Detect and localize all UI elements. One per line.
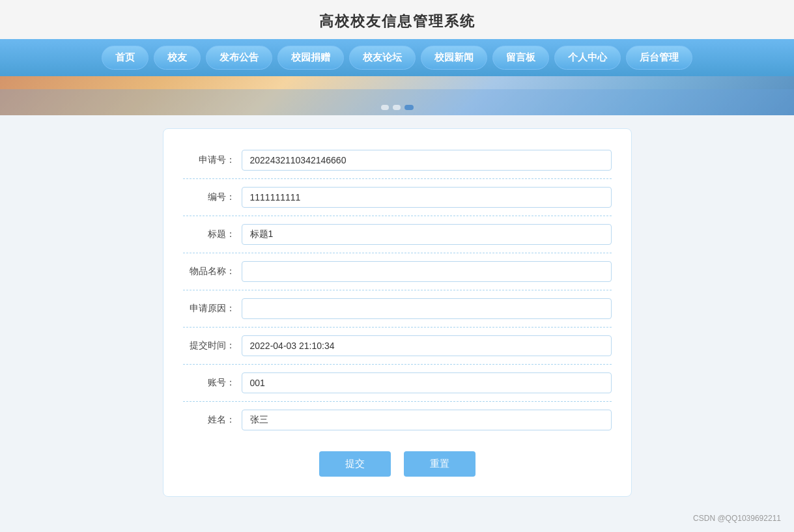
main-nav: 首页校友发布公告校园捐赠校友论坛校园新闻留言板个人中心后台管理	[0, 39, 794, 76]
input-code[interactable]	[242, 187, 612, 208]
form-row-title: 标题：	[183, 216, 612, 253]
label-reason: 申请原因：	[183, 303, 235, 315]
form-row-application_no: 申请号：	[183, 142, 612, 179]
nav-item-forum[interactable]: 校友论坛	[349, 46, 416, 70]
form-row-name: 姓名：	[183, 402, 612, 438]
label-account: 账号：	[183, 377, 235, 389]
nav-item-profile[interactable]: 个人中心	[554, 46, 621, 70]
label-title: 标题：	[183, 229, 235, 240]
page-title: 高校校友信息管理系统	[0, 0, 794, 39]
input-submit_time[interactable]	[242, 335, 612, 356]
input-reason[interactable]	[242, 298, 612, 319]
nav-item-donation[interactable]: 校园捐赠	[277, 46, 344, 70]
watermark: CSDN @QQ1039692211	[0, 510, 794, 527]
form-row-item_name: 物品名称：	[183, 253, 612, 290]
label-application_no: 申请号：	[183, 154, 235, 166]
dot-1[interactable]	[381, 105, 389, 110]
input-item_name[interactable]	[242, 261, 612, 282]
dot-2[interactable]	[393, 105, 401, 110]
form-row-submit_time: 提交时间：	[183, 328, 612, 365]
form-row-account: 账号：	[183, 365, 612, 402]
label-submit_time: 提交时间：	[183, 340, 235, 352]
carousel-dots	[381, 105, 414, 110]
submit-button[interactable]: 提交	[319, 451, 391, 477]
nav-item-announcement[interactable]: 发布公告	[206, 46, 272, 70]
input-name[interactable]	[242, 410, 612, 430]
input-account[interactable]	[242, 372, 612, 393]
nav-item-alumni[interactable]: 校友	[154, 46, 201, 70]
button-row: 提交 重置	[183, 438, 612, 483]
label-name: 姓名：	[183, 414, 235, 426]
form-row-reason: 申请原因：	[183, 290, 612, 328]
form-row-code: 编号：	[183, 179, 612, 216]
label-item_name: 物品名称：	[183, 266, 235, 277]
dot-3[interactable]	[404, 105, 414, 110]
nav-item-news[interactable]: 校园新闻	[421, 46, 487, 70]
input-title[interactable]	[242, 224, 612, 245]
input-application_no[interactable]	[242, 150, 612, 171]
hero-banner	[0, 76, 794, 115]
label-code: 编号：	[183, 191, 235, 203]
reset-button[interactable]: 重置	[404, 451, 475, 477]
nav-item-guestbook[interactable]: 留言板	[492, 46, 549, 70]
nav-item-admin[interactable]: 后台管理	[626, 46, 692, 70]
main-content: 申请号：编号：标题：物品名称：申请原因：提交时间：账号：姓名： 提交 重置	[0, 115, 794, 510]
nav-item-home[interactable]: 首页	[102, 46, 149, 70]
form-card: 申请号：编号：标题：物品名称：申请原因：提交时间：账号：姓名： 提交 重置	[163, 128, 632, 497]
